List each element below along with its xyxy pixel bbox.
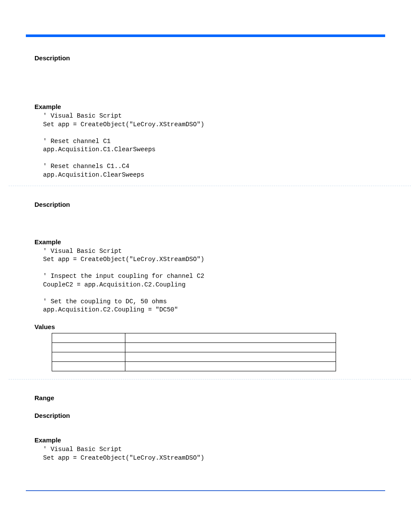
spacer	[34, 403, 385, 408]
description-heading: Description	[34, 201, 385, 208]
section-divider	[9, 186, 411, 186]
table-cell	[52, 362, 125, 371]
code-block: ' Visual Basic Script Set app = CreateOb…	[34, 247, 385, 315]
example-heading: Example	[34, 238, 385, 246]
code-block: ' Visual Basic Script Set app = CreateOb…	[34, 445, 385, 462]
top-rule	[26, 34, 385, 37]
table-cell	[52, 343, 125, 352]
table-cell	[125, 362, 336, 371]
section-divider	[9, 379, 411, 380]
spacer	[34, 87, 385, 99]
spacer	[34, 192, 385, 196]
values-heading: Values	[34, 323, 385, 330]
description-heading: Description	[34, 412, 385, 419]
range-heading: Range	[34, 394, 385, 401]
table-row	[52, 352, 336, 362]
spacer	[34, 421, 385, 432]
table-row	[52, 343, 336, 352]
table-cell	[52, 333, 125, 343]
example-heading: Example	[34, 103, 385, 110]
footer-rule	[26, 490, 385, 491]
table-cell	[125, 352, 336, 362]
page-content: Description Example ' Visual Basic Scrip…	[0, 0, 411, 479]
description-heading: Description	[34, 54, 385, 62]
spacer	[34, 210, 385, 234]
table-cell	[52, 352, 125, 362]
spacer	[34, 386, 385, 390]
table-row	[52, 333, 336, 343]
table-cell	[125, 333, 336, 343]
spacer	[34, 63, 385, 87]
values-table	[52, 333, 336, 371]
code-block: ' Visual Basic Script Set app = CreateOb…	[34, 112, 385, 180]
body: Description Example ' Visual Basic Scrip…	[26, 54, 385, 462]
table-row	[52, 362, 336, 371]
example-heading: Example	[34, 436, 385, 444]
table-cell	[125, 343, 336, 352]
